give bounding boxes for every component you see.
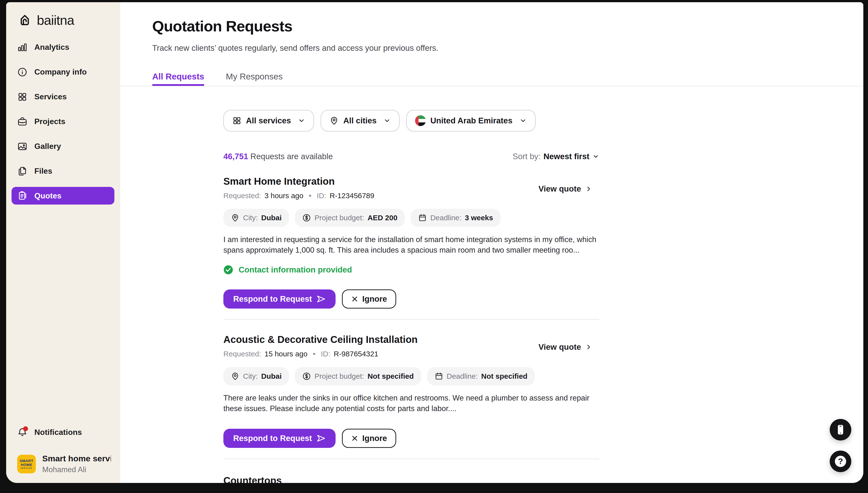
contact-phone-button[interactable] [830, 419, 851, 441]
logo[interactable]: baiitna [17, 13, 74, 28]
badge-label: Project budget: [314, 214, 364, 222]
view-quote-label: View quote [538, 184, 581, 194]
sidebar-item-quotes[interactable]: Quotes [12, 187, 115, 205]
active-tab-indicator [152, 84, 204, 86]
contact-info-row: Contact information provided [223, 265, 352, 275]
deadline-badge: Deadline: 3 weeks [411, 209, 500, 227]
profile-row[interactable]: SMART HOME SERVICES Smart home servi... … [17, 454, 111, 474]
chevron-down-icon [519, 117, 527, 124]
country-filter-value: United Arab Emirates [430, 116, 512, 125]
app-window: baiitna Analytics Company info Services [6, 2, 863, 483]
sidebar-nav: Analytics Company info Services Projects [12, 35, 115, 208]
sidebar-item-analytics[interactable]: Analytics [12, 35, 115, 60]
meta-separator: • [313, 350, 316, 358]
results-count-text: Requests are available [250, 152, 333, 161]
tab-label: All Requests [152, 72, 204, 81]
sidebar-item-label: Files [34, 167, 52, 176]
view-quote-link[interactable]: View quote [538, 342, 592, 352]
meta-separator: • [309, 192, 311, 200]
city-badge: City: Dubai [223, 367, 289, 385]
chevron-down-icon [384, 117, 391, 124]
sidebar-item-label: Quotes [34, 191, 61, 200]
tab-all-requests[interactable]: All Requests [152, 72, 204, 85]
id-label: ID: [321, 350, 330, 358]
cities-filter-dropdown[interactable]: All cities [321, 110, 400, 131]
image-icon [17, 141, 27, 152]
close-icon [351, 295, 358, 303]
question-mark-icon: ? [835, 456, 846, 467]
company-avatar: SMART HOME SERVICES [17, 455, 36, 473]
request-title: Countertops [223, 475, 282, 483]
badge-value: Dubai [261, 214, 282, 222]
uae-flag-icon [415, 115, 426, 126]
budget-dollar-icon [302, 372, 311, 381]
grid-icon [17, 92, 27, 102]
location-pin-icon [329, 116, 339, 125]
badge-value: 3 weeks [465, 214, 493, 222]
grid-icon [232, 116, 242, 125]
sidebar-item-gallery[interactable]: Gallery [12, 134, 115, 159]
ignore-button[interactable]: Ignore [342, 429, 396, 448]
help-button[interactable]: ? [830, 451, 851, 472]
user-name: Mohamed Ali [42, 465, 111, 474]
close-icon [351, 435, 358, 442]
profile-text: Smart home servi... Mohamed Ali [42, 454, 111, 474]
respond-to-request-button[interactable]: Respond to Request [223, 290, 335, 308]
sort-dropdown[interactable]: Sort by: Newest first [513, 152, 599, 161]
services-filter-value: All services [246, 116, 291, 125]
badge-label: City: [243, 372, 258, 381]
respond-button-label: Respond to Request [233, 434, 312, 443]
badge-value: AED 200 [368, 214, 397, 222]
services-filter-dropdown[interactable]: All services [223, 110, 314, 131]
card-divider [223, 459, 599, 459]
send-icon [316, 434, 326, 443]
badge-value: Not specified [368, 372, 414, 381]
chevron-down-icon [298, 117, 305, 124]
sidebar-item-label: Services [34, 92, 67, 101]
request-title: Acoustic & Decorative Ceiling Installati… [223, 334, 417, 345]
request-meta: Requested: 3 hours ago • ID: R-123456789 [223, 192, 374, 200]
request-title: Smart Home Integration [223, 176, 335, 187]
sidebar-item-label: Notifications [34, 428, 82, 437]
logo-wordmark: baiitna [37, 13, 74, 28]
sidebar-item-notifications[interactable]: Notifications [12, 420, 115, 445]
phone-icon [834, 423, 847, 436]
results-header: 46,751 Requests are available Sort by: N… [223, 152, 599, 161]
cities-filter-value: All cities [343, 116, 376, 125]
request-actions: Respond to Request Ignore [223, 429, 396, 448]
requested-value: 3 hours ago [264, 192, 303, 200]
requested-label: Requested: [223, 192, 261, 200]
check-circle-icon [223, 265, 233, 275]
sidebar-item-label: Projects [34, 117, 65, 126]
request-description: There are leaks under the sinks in our o… [223, 393, 599, 414]
ignore-button[interactable]: Ignore [342, 290, 396, 308]
sidebar-bottom: Notifications [12, 420, 115, 445]
filter-bar: All services All cities United Arab Emir… [223, 110, 536, 131]
view-quote-link[interactable]: View quote [538, 184, 592, 194]
bar-chart-icon [17, 42, 27, 52]
requested-label: Requested: [223, 350, 261, 358]
briefcase-icon [17, 116, 27, 127]
location-pin-icon [231, 372, 240, 381]
clipboard-icon [17, 191, 27, 201]
ignore-button-label: Ignore [362, 294, 387, 304]
request-actions: Respond to Request Ignore [223, 290, 396, 308]
requests-panel: All services All cities United Arab Emir… [223, 2, 599, 483]
chevron-right-icon [585, 343, 592, 351]
id-value: R-987654321 [334, 350, 378, 358]
budget-badge: Project budget: AED 200 [295, 209, 405, 227]
sidebar-item-services[interactable]: Services [12, 84, 115, 109]
country-filter-dropdown[interactable]: United Arab Emirates [406, 110, 535, 131]
badge-value: Dubai [261, 372, 282, 381]
sidebar-item-files[interactable]: Files [12, 159, 115, 184]
sidebar-item-projects[interactable]: Projects [12, 109, 115, 134]
sort-value: Newest first [543, 152, 590, 161]
respond-to-request-button[interactable]: Respond to Request [223, 429, 335, 448]
sidebar-item-company-info[interactable]: Company info [12, 60, 115, 84]
sidebar: baiitna Analytics Company info Services [6, 2, 120, 483]
info-icon [17, 67, 27, 77]
budget-badge: Project budget: Not specified [295, 367, 421, 385]
calendar-icon [418, 213, 427, 222]
calendar-icon [434, 372, 443, 381]
view-quote-label: View quote [538, 342, 581, 352]
